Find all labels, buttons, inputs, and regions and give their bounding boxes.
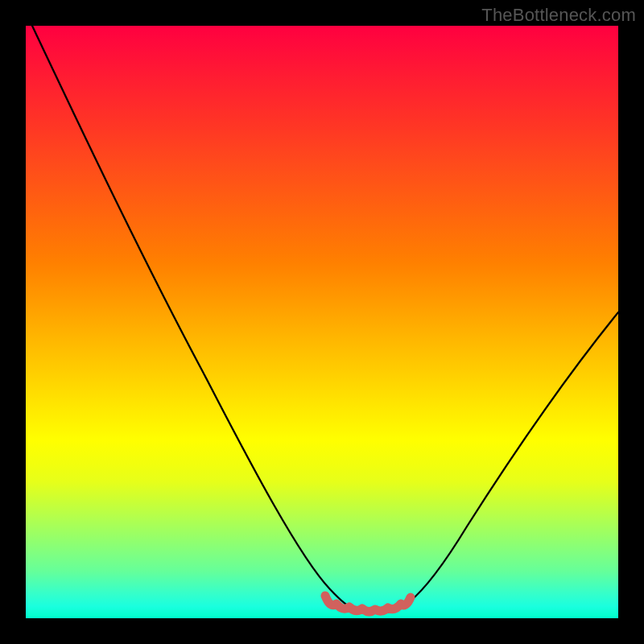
curve-svg <box>26 26 618 618</box>
chart-frame: TheBottleneck.com <box>0 0 644 644</box>
bottleneck-curve-path <box>32 26 618 613</box>
watermark-text: TheBottleneck.com <box>481 5 636 26</box>
plot-area <box>26 26 618 618</box>
